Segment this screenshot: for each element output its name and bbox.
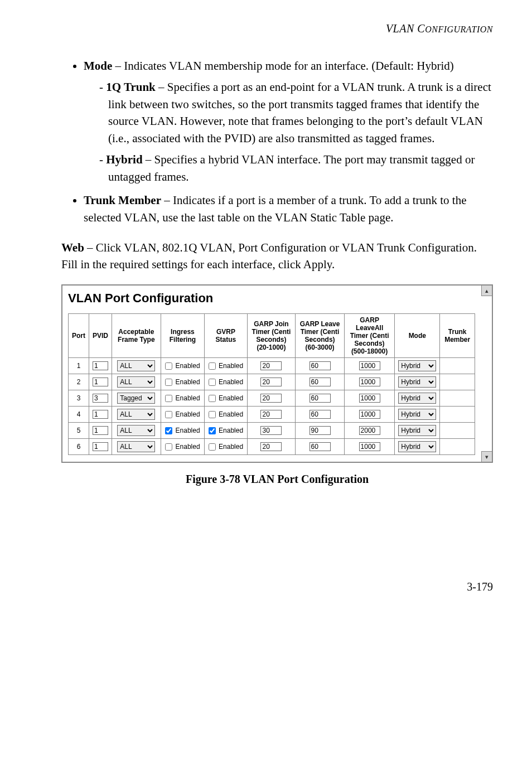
join-input[interactable] xyxy=(260,361,282,370)
web-paragraph: Web – Click VLAN, 802.1Q VLAN, Port Conf… xyxy=(61,239,493,273)
aft-select[interactable]: Tagged xyxy=(117,393,155,404)
aft-select[interactable]: ALL xyxy=(117,425,155,436)
ingress-checkbox[interactable] xyxy=(165,395,172,402)
gvrp-checkbox[interactable] xyxy=(209,427,216,434)
cell-join xyxy=(247,438,296,454)
ingress-label: Enabled xyxy=(173,378,200,386)
cell-port: 1 xyxy=(69,357,89,374)
pvid-input[interactable] xyxy=(93,426,108,435)
leaveall-input[interactable] xyxy=(359,378,380,386)
aft-select[interactable]: ALL xyxy=(117,360,155,371)
cell-mode: Hybrid xyxy=(395,357,440,374)
col-mode: Mode xyxy=(395,313,440,357)
table-row: 3Tagged Enabled EnabledHybrid xyxy=(69,390,475,406)
join-input[interactable] xyxy=(260,378,282,386)
ingress-label: Enabled xyxy=(173,443,200,451)
gvrp-checkbox[interactable] xyxy=(209,379,216,386)
cell-mode: Hybrid xyxy=(395,406,440,422)
cell-aft: ALL xyxy=(112,406,161,422)
gvrp-label: Enabled xyxy=(217,443,243,451)
pvid-input[interactable] xyxy=(93,410,108,419)
running-header: VLAN CONFIGURATION xyxy=(61,22,493,35)
cell-mode: Hybrid xyxy=(395,374,440,390)
join-input[interactable] xyxy=(260,442,282,451)
join-input[interactable] xyxy=(260,410,282,419)
leave-input[interactable] xyxy=(309,394,331,403)
leave-input[interactable] xyxy=(309,426,331,435)
aft-select[interactable]: ALL xyxy=(117,409,155,420)
pvid-input[interactable] xyxy=(93,442,108,451)
mode-select[interactable]: Hybrid xyxy=(398,441,436,452)
figure-caption: Figure 3-78 VLAN Port Configuration xyxy=(61,473,493,486)
cell-gvrp: Enabled xyxy=(205,390,248,406)
leaveall-input[interactable] xyxy=(359,361,380,370)
pvid-input[interactable] xyxy=(93,394,108,403)
ingress-checkbox[interactable] xyxy=(165,443,172,451)
bullet-hybrid-text: – Specifies a hybrid VLAN interface. The… xyxy=(108,153,475,183)
cell-port: 5 xyxy=(69,422,89,438)
cell-aft: ALL xyxy=(112,438,161,454)
cell-pvid xyxy=(89,374,112,390)
bullet-mode-label: Mode xyxy=(84,59,112,72)
join-input[interactable] xyxy=(260,394,282,403)
col-garp-join: GARP Join Timer (Centi Seconds) (20-1000… xyxy=(247,313,296,357)
col-aft: Acceptable Frame Type xyxy=(112,313,161,357)
cell-port: 2 xyxy=(69,374,89,390)
cell-port: 3 xyxy=(69,390,89,406)
bullet-1q-trunk-text: – Specifies a port as an end-point for a… xyxy=(108,80,491,144)
cell-mode: Hybrid xyxy=(395,390,440,406)
cell-trunk xyxy=(440,357,475,374)
leave-input[interactable] xyxy=(309,361,331,370)
ingress-label: Enabled xyxy=(173,362,200,370)
gvrp-checkbox[interactable] xyxy=(209,443,216,451)
cell-gvrp: Enabled xyxy=(205,406,248,422)
ingress-checkbox[interactable] xyxy=(165,411,172,418)
leaveall-input[interactable] xyxy=(359,394,380,403)
leaveall-input[interactable] xyxy=(359,410,380,419)
gvrp-checkbox[interactable] xyxy=(209,411,216,418)
ingress-checkbox[interactable] xyxy=(165,362,172,370)
mode-select[interactable]: Hybrid xyxy=(398,425,436,436)
table-row: 4ALL Enabled EnabledHybrid xyxy=(69,406,475,422)
scroll-up-icon[interactable]: ▴ xyxy=(481,286,492,296)
aft-select[interactable]: ALL xyxy=(117,376,155,388)
mode-select[interactable]: Hybrid xyxy=(398,376,436,388)
cell-aft: ALL xyxy=(112,357,161,374)
bullet-hybrid: Hybrid – Specifies a hybrid VLAN interfa… xyxy=(99,151,493,185)
aft-select[interactable]: ALL xyxy=(117,441,155,452)
ingress-checkbox[interactable] xyxy=(165,379,172,386)
scroll-down-icon[interactable]: ▾ xyxy=(481,451,492,462)
leaveall-input[interactable] xyxy=(359,442,380,451)
pvid-input[interactable] xyxy=(93,378,108,386)
ingress-checkbox[interactable] xyxy=(165,427,172,434)
cell-pvid xyxy=(89,357,112,374)
mode-select[interactable]: Hybrid xyxy=(398,360,436,371)
leave-input[interactable] xyxy=(309,442,331,451)
cell-join xyxy=(247,374,296,390)
mode-select[interactable]: Hybrid xyxy=(398,393,436,404)
cell-gvrp: Enabled xyxy=(205,374,248,390)
leave-input[interactable] xyxy=(309,410,331,419)
mode-select[interactable]: Hybrid xyxy=(398,409,436,420)
leave-input[interactable] xyxy=(309,378,331,386)
cell-port: 4 xyxy=(69,406,89,422)
col-port: Port xyxy=(69,313,89,357)
cell-gvrp: Enabled xyxy=(205,422,248,438)
gvrp-checkbox[interactable] xyxy=(209,395,216,402)
col-ingress: Ingress Filtering xyxy=(161,313,205,357)
running-header-prefix: VLAN C xyxy=(386,22,425,35)
col-pvid: PVID xyxy=(89,313,112,357)
join-input[interactable] xyxy=(260,426,282,435)
cell-leave xyxy=(296,406,345,422)
cell-join xyxy=(247,357,296,374)
col-garp-leave: GARP Leave Timer (Centi Seconds) (60-300… xyxy=(296,313,345,357)
bullet-trunk-member-label: Trunk Member xyxy=(84,194,161,207)
gvrp-label: Enabled xyxy=(217,394,243,402)
cell-trunk xyxy=(440,438,475,454)
gvrp-checkbox[interactable] xyxy=(209,362,216,370)
leaveall-input[interactable] xyxy=(359,426,380,435)
pvid-input[interactable] xyxy=(93,361,108,370)
cell-gvrp: Enabled xyxy=(205,357,248,374)
bullet-1q-trunk-label: 1Q Trunk xyxy=(106,80,156,94)
cell-aft: ALL xyxy=(112,422,161,438)
